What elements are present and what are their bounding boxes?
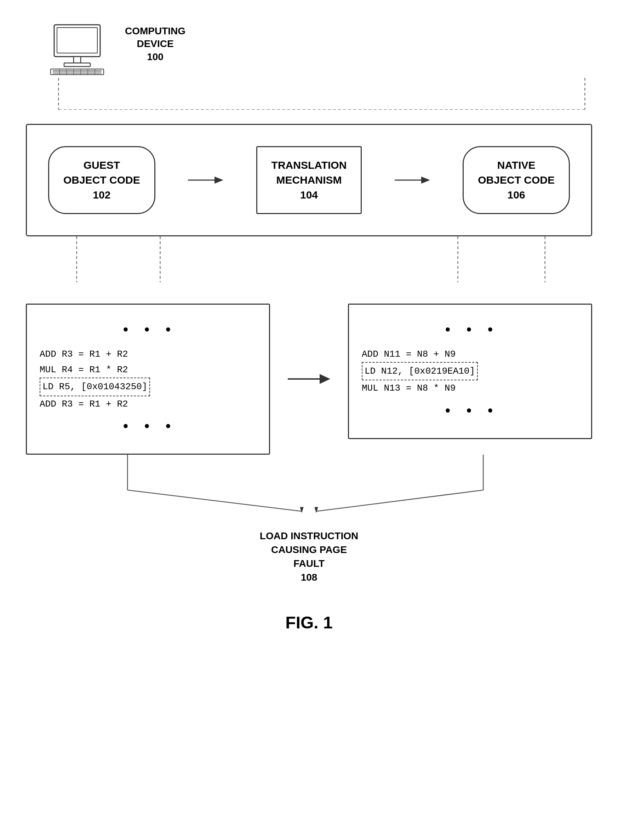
guest-code-line1: ADD R3 = R1 + R2	[40, 346, 256, 362]
guest-label-line1: GUEST	[63, 158, 140, 173]
dashed-connector-area	[26, 78, 592, 110]
native-code-line3: MUL N13 = N8 * N9	[362, 380, 578, 396]
translation-mechanism-box: TRANSLATION MECHANISM 104	[256, 146, 362, 214]
guest-dashed-instruction: LD R5, [0x01043250]	[40, 377, 150, 396]
computer-icon	[47, 21, 111, 78]
guest-code-dots-top: • • •	[40, 319, 256, 343]
arrow-translation-to-native	[395, 171, 430, 189]
svg-rect-1	[57, 28, 97, 53]
svg-marker-32	[314, 507, 318, 513]
native-code-dots-bottom: • • •	[362, 400, 578, 424]
arrow-code-boxes	[284, 368, 334, 390]
translation-label-number: 104	[272, 187, 347, 202]
translation-label-line2: MECHANISM	[272, 173, 347, 187]
native-code-box: • • • ADD N11 = N8 + N9 LD N12, [0x0219E…	[348, 304, 592, 439]
guest-label-number: 102	[63, 187, 140, 202]
guest-code-box: • • • ADD R3 = R1 + R2 MUL R4 = R1 * R2 …	[26, 304, 270, 455]
outer-system-box: GUEST OBJECT CODE 102 TRANSLATION MECHAN…	[26, 124, 592, 236]
svg-marker-20	[421, 177, 430, 184]
code-boxes-row: • • • ADD R3 = R1 + R2 MUL R4 = R1 * R2 …	[26, 304, 592, 455]
svg-marker-31	[300, 507, 303, 513]
computer-to-box-dashes	[26, 78, 592, 110]
middle-dashes-svg	[26, 236, 592, 282]
guest-label-line2: OBJECT CODE	[63, 173, 140, 187]
native-code-line2: LD N12, [0x0219EA10]	[362, 362, 578, 380]
native-label-number: 106	[478, 187, 555, 202]
computing-device-label: COMPUTING DEVICE 100	[125, 25, 186, 63]
svg-rect-2	[74, 56, 81, 63]
guest-code-dots-bottom: • • •	[40, 416, 256, 439]
guest-code-line3: LD R5, [0x01043250]	[40, 377, 256, 396]
computer-block: COMPUTING DEVICE 100	[47, 21, 186, 78]
native-code-line1: ADD N11 = N8 + N9	[362, 346, 578, 362]
svg-line-28	[128, 490, 302, 511]
load-instruction-label-area: LOAD INSTRUCTION CAUSING PAGE FAULT 108	[26, 529, 592, 585]
load-instruction-connector	[26, 455, 592, 518]
svg-rect-3	[64, 63, 90, 67]
guest-code-line2: MUL R4 = R1 * R2	[40, 362, 256, 377]
dashed-connectors-middle	[26, 236, 592, 282]
guest-object-code-box: GUEST OBJECT CODE 102	[48, 146, 155, 214]
native-object-code-box: NATIVE OBJECT CODE 106	[463, 146, 570, 214]
svg-marker-26	[319, 374, 330, 384]
bottom-section: • • • ADD R3 = R1 + R2 MUL R4 = R1 * R2 …	[26, 282, 592, 585]
native-code-dots-top: • • •	[362, 319, 578, 343]
figure-label: FIG. 1	[285, 613, 332, 632]
translation-label-line1: TRANSLATION	[272, 158, 347, 173]
main-container: COMPUTING DEVICE 100 GUEST OBJECT CODE	[26, 14, 592, 632]
top-components-row: GUEST OBJECT CODE 102 TRANSLATION MECHAN…	[48, 146, 570, 214]
load-instruction-svg	[26, 455, 592, 518]
svg-line-30	[316, 490, 483, 511]
load-instruction-text: LOAD INSTRUCTION CAUSING PAGE FAULT 108	[260, 529, 358, 585]
native-dashed-instruction: LD N12, [0x0219EA10]	[362, 362, 478, 380]
native-label-line1: NATIVE	[478, 158, 555, 173]
native-label-line2: OBJECT CODE	[478, 173, 555, 187]
arrow-guest-to-translation	[188, 171, 223, 189]
guest-code-line4: ADD R3 = R1 + R2	[40, 396, 256, 412]
svg-marker-18	[214, 177, 223, 184]
